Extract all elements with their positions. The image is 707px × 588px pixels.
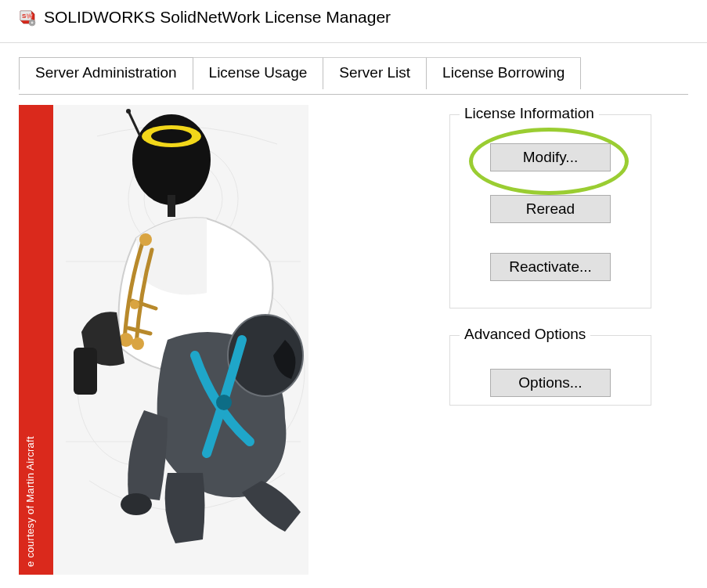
tab-content: e courtesy of Martin Aircraft: [0, 89, 707, 575]
tab-bar: Server Administration License Usage Serv…: [0, 43, 707, 89]
group-advanced-title: Advanced Options: [460, 326, 590, 343]
svg-point-11: [151, 129, 192, 143]
modify-button[interactable]: Modify...: [490, 143, 611, 171]
svg-point-22: [216, 395, 232, 410]
reread-button[interactable]: Reread: [490, 195, 611, 223]
app-icon: S W: [17, 8, 36, 27]
svg-rect-12: [168, 195, 175, 217]
tab-underline: [19, 94, 688, 95]
promo-credit-text: e courtesy of Martin Aircraft: [24, 436, 36, 567]
svg-point-14: [126, 109, 131, 114]
right-column: License Information Modify... Reread Rea…: [340, 105, 688, 575]
tab-server-administration[interactable]: Server Administration: [19, 57, 193, 90]
svg-text:W: W: [27, 13, 33, 20]
svg-rect-19: [74, 348, 97, 395]
svg-point-23: [121, 493, 152, 515]
reactivate-button[interactable]: Reactivate...: [490, 253, 611, 281]
svg-line-13: [128, 111, 140, 136]
client-area: Server Administration License Usage Serv…: [0, 42, 707, 575]
group-advanced-options: Advanced Options Options...: [449, 335, 651, 406]
window-title: SOLIDWORKS SolidNetWork License Manager: [44, 8, 391, 27]
options-button[interactable]: Options...: [490, 369, 611, 397]
svg-point-18: [130, 300, 139, 309]
svg-point-17: [132, 337, 144, 350]
group-license-title: License Information: [460, 105, 599, 122]
tab-server-list[interactable]: Server List: [323, 57, 427, 89]
tab-license-borrowing[interactable]: License Borrowing: [426, 57, 581, 89]
promo-image: e courtesy of Martin Aircraft: [19, 105, 308, 575]
group-license-information: License Information Modify... Reread Rea…: [449, 114, 651, 308]
svg-point-15: [139, 233, 152, 246]
titlebar: S W SOLIDWORKS SolidNetWork License Mana…: [0, 0, 707, 34]
tab-license-usage[interactable]: License Usage: [193, 57, 324, 89]
